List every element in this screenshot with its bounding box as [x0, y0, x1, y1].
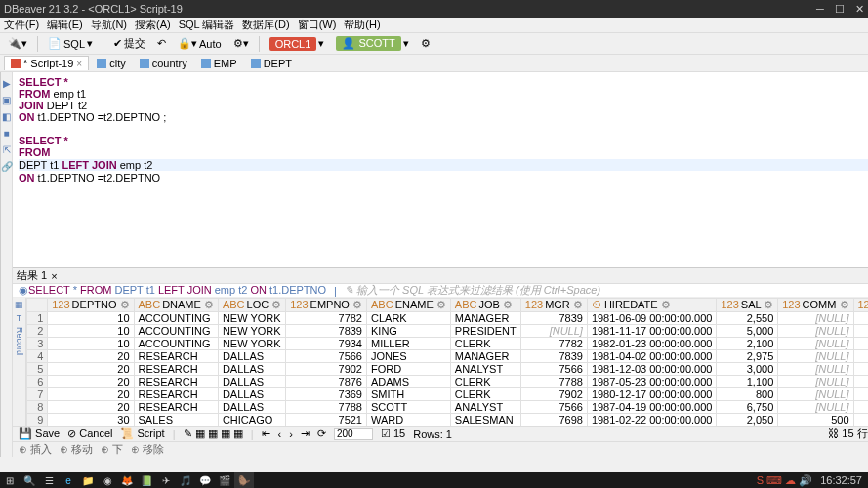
save-button[interactable]: 💾 Save — [19, 427, 60, 440]
task-dbeaver[interactable]: 🦫 — [234, 472, 254, 488]
results-query-bar[interactable]: ◉SELECT * FROM DEPT t1 LEFT JOIN emp t2 … — [13, 284, 868, 298]
first-page-icon[interactable]: ⇤ — [262, 427, 270, 440]
task-app-7[interactable]: 🎬 — [215, 472, 234, 488]
table-row[interactable]: 720RESEARCHDALLAS7369SMITHCLERK79021980-… — [27, 388, 869, 401]
run-script-icon[interactable]: ▣ — [2, 95, 11, 105]
edit-icons[interactable]: ✎ ▦ ▦ ▦ ▦ — [184, 427, 243, 440]
toolbar: 🔌▾ 📄 SQL ▾ ✔ 提交 ↶ 🔒▾ Auto ⚙▾ ORCL1 ▾ 👤 S… — [0, 33, 868, 55]
task-app-4[interactable]: ✈ — [156, 472, 176, 488]
menu-item[interactable]: 文件(F) — [4, 18, 39, 32]
column-header[interactable]: 123SAL ⚙ — [717, 299, 778, 312]
table-row[interactable]: 930SALESCHICAGO7521WARDSALESMAN76981981-… — [27, 414, 869, 427]
table-row[interactable]: 520RESEARCHDALLAS7902FORDANALYST75661981… — [27, 363, 869, 376]
results-grid[interactable]: 123DEPTNO ⚙ABCDNAME ⚙ABCLOC ⚙123EMPNO ⚙A… — [26, 298, 868, 426]
table-row[interactable]: 820RESEARCHDALLAS7788SCOTTANALYST7566198… — [27, 401, 869, 414]
settings-icon[interactable]: ⚙ — [417, 37, 434, 50]
sql-button[interactable]: 📄 SQL ▾ — [44, 37, 97, 50]
start-button[interactable]: ⊞ — [0, 472, 20, 488]
editor-tabs: * Script-19×citycountryEMPDEPT — [0, 55, 868, 72]
page-size-input[interactable] — [334, 428, 373, 440]
table-row[interactable]: 620RESEARCHDALLAS7876ADAMSCLERK77881987-… — [27, 376, 869, 388]
grid-gutter: ▦ T Record — [13, 298, 26, 426]
editor-tab[interactable]: country — [134, 57, 193, 70]
table-row[interactable]: 310ACCOUNTINGNEW YORK7934MILLERCLERK7782… — [27, 338, 869, 350]
task-view-icon[interactable]: ☰ — [39, 472, 59, 488]
menu-item[interactable]: 搜索(A) — [135, 18, 171, 32]
clock[interactable]: S ⌨ ☁ 🔊16:32:57 — [751, 474, 868, 487]
editor-footer: ⊕ 插入⊕ 移动⊕ 下⊕ 移除 — [13, 441, 868, 457]
column-header[interactable]: ABCDNAME ⚙ — [134, 299, 218, 312]
task-app-6[interactable]: 💬 — [195, 472, 215, 488]
connection-selector[interactable]: ORCL1 ▾ — [266, 37, 329, 51]
record-mode-icon[interactable]: Record — [15, 327, 24, 355]
explorer-icon[interactable]: 📁 — [78, 472, 98, 488]
column-header[interactable]: 123EMPNO ⚙ — [286, 299, 367, 312]
editor-tab[interactable]: EMP — [195, 57, 243, 70]
next-page-icon[interactable]: › — [289, 428, 293, 440]
commit-button[interactable]: ✔ 提交 — [109, 36, 149, 51]
results-footer: 💾 Save ⊘ Cancel 📜 Script | ✎ ▦ ▦ ▦ ▦ | ⇤… — [13, 426, 868, 441]
results-panel: 结果 1 × ◉SELECT * FROM DEPT t1 LEFT JOIN … — [13, 267, 868, 441]
script-button[interactable]: 📜 Script — [120, 427, 164, 440]
text-mode-icon[interactable]: T — [17, 313, 22, 323]
new-connection-button[interactable]: 🔌▾ — [4, 37, 31, 50]
minimize-icon[interactable]: ─ — [816, 3, 824, 15]
timing-label: ⛓ 15 行 - 4ms (+1ms) — [828, 427, 868, 441]
column-header[interactable]: ⏲HIREDATE ⚙ — [587, 299, 717, 312]
menu-item[interactable]: 窗口(W) — [298, 18, 337, 32]
editor-tab[interactable]: * Script-19× — [4, 56, 89, 70]
task-app-1[interactable]: ◉ — [98, 472, 117, 488]
stop-icon[interactable]: ■ — [3, 128, 9, 139]
column-header[interactable]: ABCLOC ⚙ — [218, 299, 285, 312]
menubar: 文件(F)编辑(E)导航(N)搜索(A)SQL 编辑器数据库(D)窗口(W)帮助… — [0, 18, 868, 33]
column-header[interactable]: 123DEPTNO ⚙ — [853, 299, 868, 312]
prev-page-icon[interactable]: ‹ — [278, 428, 282, 440]
last-page-icon[interactable]: ⇥ — [301, 427, 310, 440]
column-header[interactable]: 123MGR ⚙ — [520, 299, 587, 312]
task-app-2[interactable]: 🦊 — [117, 472, 137, 488]
results-tab[interactable]: 结果 1 × — [13, 268, 868, 284]
search-icon[interactable]: 🔍 — [20, 472, 39, 488]
editor-tab[interactable]: city — [91, 57, 132, 70]
table-row[interactable]: 210ACCOUNTINGNEW YORK7839KINGPRESIDENT[N… — [27, 325, 869, 338]
refresh-icon[interactable]: ⟳ — [317, 427, 326, 440]
menu-item[interactable]: SQL 编辑器 — [179, 18, 235, 32]
export-icon[interactable]: ⇱ — [3, 144, 11, 155]
column-header[interactable]: 123COMM ⚙ — [778, 299, 853, 312]
window-controls: ─ ☐ ✕ — [808, 3, 864, 16]
close-icon[interactable]: × — [51, 270, 57, 282]
footer-action[interactable]: ⊕ 插入 — [19, 442, 52, 457]
menu-item[interactable]: 导航(N) — [91, 18, 127, 32]
editor-gutter: ▶ ▣ ◧ ■ ⇱ 🔗 — [1, 72, 13, 457]
schema-selector[interactable]: 👤 SCOTT ▾ — [332, 36, 412, 51]
menu-item[interactable]: 编辑(E) — [47, 18, 83, 32]
app-title: DBeaver 21.3.2 - <ORCL1> Script-19 — [4, 3, 183, 15]
close-icon[interactable]: ✕ — [855, 3, 864, 15]
column-header[interactable]: ABCJOB ⚙ — [450, 299, 520, 312]
grid-mode-icon[interactable]: ▦ — [15, 300, 23, 309]
column-header[interactable]: 123DEPTNO ⚙ — [48, 299, 134, 312]
cancel-button[interactable]: ⊘ Cancel — [67, 427, 112, 440]
footer-action[interactable]: ⊕ 移除 — [131, 442, 164, 457]
tx-isolation-button[interactable]: ⚙▾ — [229, 37, 253, 50]
table-row[interactable]: 110ACCOUNTINGNEW YORK7782CLARKMANAGER783… — [27, 312, 869, 325]
footer-action[interactable]: ⊕ 下 — [101, 442, 123, 457]
table-row[interactable]: 420RESEARCHDALLAS7566JONESMANAGER7839198… — [27, 350, 869, 363]
menu-item[interactable]: 帮助(H) — [344, 18, 380, 32]
column-header[interactable]: ABCENAME ⚙ — [367, 299, 451, 312]
sql-editor[interactable]: 06:05 SELECT * FROM emp t1 JOIN DEPT t2 … — [13, 72, 868, 267]
tx-auto-button[interactable]: 🔒▾ Auto — [174, 37, 226, 50]
taskbar: ⊞ 🔍 ☰ e 📁 ◉ 🦊 📗 ✈ 🎵 💬 🎬 🦫 S ⌨ ☁ 🔊16:32:5… — [0, 472, 868, 488]
edge-icon[interactable]: e — [59, 472, 78, 488]
maximize-icon[interactable]: ☐ — [835, 3, 845, 15]
explain-icon[interactable]: ◧ — [2, 111, 11, 122]
rollback-button[interactable]: ↶ — [153, 37, 170, 50]
menu-item[interactable]: 数据库(D) — [242, 18, 289, 32]
editor-tab[interactable]: DEPT — [245, 57, 298, 70]
run-icon[interactable]: ▶ — [3, 78, 11, 89]
link-icon[interactable]: 🔗 — [1, 161, 13, 172]
footer-action[interactable]: ⊕ 移动 — [60, 442, 93, 457]
titlebar: DBeaver 21.3.2 - <ORCL1> Script-19 ─ ☐ ✕ — [0, 0, 868, 18]
task-app-3[interactable]: 📗 — [137, 472, 156, 488]
task-app-5[interactable]: 🎵 — [176, 472, 195, 488]
